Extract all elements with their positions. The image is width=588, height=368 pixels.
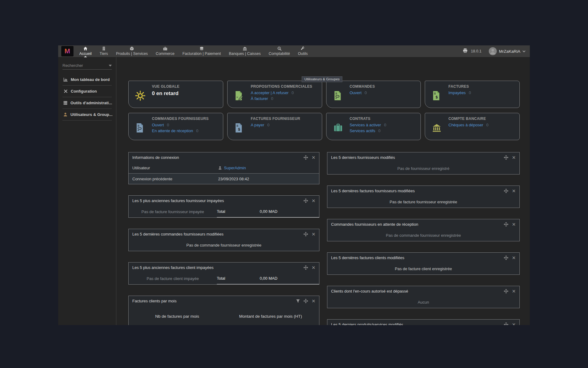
main-menu: Accueil Tiers Produits | Services Comm (75, 45, 463, 57)
move-icon[interactable] (303, 198, 308, 203)
statbox-factures[interactable]: $ FACTURES Impayées0 (425, 81, 520, 108)
sidebar-item-users-groups[interactable]: Utilisateurs & Group... (62, 109, 112, 121)
widget-last-suppliers: Les 5 derniers fournisseurs modifiés ✕ P… (327, 152, 520, 174)
close-icon[interactable]: ✕ (512, 222, 516, 227)
statbox-links[interactable]: A payer (251, 123, 264, 127)
home-icon (83, 46, 88, 51)
table-row: Utilisateur SuperAdmin (129, 163, 319, 173)
svg-text:$: $ (278, 47, 280, 49)
move-icon[interactable] (303, 232, 308, 236)
nav-item-banques-caisses[interactable]: Banques | Caisses (225, 45, 265, 57)
coins-icon (199, 46, 204, 51)
nav-item-commerce[interactable]: Commerce (152, 45, 179, 57)
total-value: 0,00 MAD (251, 209, 319, 214)
nav-item-facturation-paiement[interactable]: Facturation | Paiement (179, 45, 225, 57)
statbox-factures-fournisseur[interactable]: $ FACTURES FOURNISSEUR A payer0 (227, 113, 322, 140)
move-icon[interactable] (303, 155, 308, 160)
nav-item-tiers[interactable]: Tiers (96, 45, 112, 57)
file-invoice-icon: $ (228, 116, 251, 140)
close-icon[interactable]: ✕ (311, 155, 315, 160)
nav-item-produits-services[interactable]: Produits | Services (112, 45, 152, 57)
widget-supplier-orders-awaiting: Commandes fournisseurs en attente de réc… (327, 219, 520, 241)
nav-item-outils[interactable]: Outils (294, 45, 312, 57)
user-menu[interactable]: MrZaKaRiA (489, 47, 526, 55)
widget-oldest-customer-invoices: Les 5 plus anciennes factures client imp… (128, 262, 319, 285)
move-icon[interactable] (303, 299, 308, 303)
sidebar-search (62, 63, 112, 70)
move-icon[interactable] (504, 222, 508, 227)
widget-title: Les 5 derniers fournisseurs modifiés (331, 155, 504, 160)
dashboard-right-column: Les 5 derniers fournisseurs modifiés ✕ P… (327, 152, 520, 325)
close-icon[interactable]: ✕ (311, 232, 315, 236)
suitcase-icon (326, 116, 350, 140)
move-icon[interactable] (504, 255, 508, 260)
close-icon[interactable]: ✕ (512, 189, 516, 193)
statbox-links[interactable]: A accepter | A refuser (251, 90, 288, 95)
close-icon[interactable]: ✕ (512, 322, 516, 325)
sidebar-item-label: Mon tableau de bord (71, 77, 110, 82)
user-icon (218, 166, 222, 170)
chart-montant-factures: Montant de factures par mois (HT) 2021 2… (224, 306, 317, 325)
statbox-propositions[interactable]: PROPOSITIONS COMMERCIALES A accepter | A… (227, 81, 322, 108)
move-icon[interactable] (504, 189, 508, 193)
nav-item-accueil[interactable]: Accueil (75, 45, 96, 57)
widget-title: Clients dont l'en-cours autorisé est dép… (331, 289, 504, 293)
statbox-value: 0 en retard (152, 90, 223, 97)
widget-title: Les 5 derniers produits/services modifié… (331, 322, 504, 325)
statbox-compte-bancaire[interactable]: COMPTE BANCAIRE Chèques à déposer0 (425, 113, 520, 140)
close-icon[interactable]: ✕ (512, 155, 516, 160)
chart-bar-icon (63, 77, 68, 82)
statbox-count: 0 (271, 96, 273, 101)
statbox-links[interactable]: Chèques à déposer (448, 123, 483, 127)
statbox-links[interactable]: Ouvert (152, 123, 164, 127)
statbox-links[interactable]: À facturer (251, 96, 268, 101)
empty-state-text: Pas de facture client enregistrée (327, 263, 519, 274)
search-caret-icon[interactable] (109, 65, 112, 67)
row-label: Connexion précédente (129, 177, 218, 181)
statbox-links[interactable]: En attente de réception (152, 128, 193, 133)
statbox-links[interactable]: Services actifs (350, 128, 375, 133)
statbox-contrats[interactable]: CONTRATS Services à activer0 Services ac… (326, 113, 421, 140)
stats-row-2: COMMANDES FOURNISSEURS Ouvert0 En attent… (128, 113, 520, 140)
file-signature-icon (228, 84, 251, 108)
close-icon[interactable]: ✕ (311, 265, 315, 270)
move-icon[interactable] (504, 322, 508, 325)
close-icon[interactable]: ✕ (512, 289, 516, 293)
close-icon[interactable]: ✕ (311, 299, 315, 303)
statbox-title: COMMANDES (350, 84, 421, 89)
cube-icon (130, 46, 134, 51)
search-input[interactable] (62, 63, 102, 68)
move-icon[interactable] (504, 155, 508, 160)
statbox-links[interactable]: Services à activer (350, 123, 381, 127)
print-icon[interactable] (463, 48, 468, 54)
move-icon[interactable] (504, 289, 508, 293)
statbox-commandes-fournisseurs[interactable]: COMMANDES FOURNISSEURS Ouvert0 En attent… (128, 113, 223, 140)
statbox-links[interactable]: Ouvert (350, 90, 362, 95)
sidebar-item-admin-tools[interactable]: Outils d'administrati... (62, 97, 112, 109)
nav-label: Banques | Caisses (229, 52, 261, 56)
widget-last-products: Les 5 derniers produits/services modifié… (327, 319, 520, 325)
statbox-title: COMMANDES FOURNISSEURS (152, 117, 223, 121)
filter-icon[interactable] (296, 299, 300, 303)
close-icon[interactable]: ✕ (512, 255, 516, 260)
total-label: Total (217, 209, 251, 214)
user-icon (63, 112, 68, 117)
move-icon[interactable] (303, 265, 308, 270)
user-link[interactable]: SuperAdmin (224, 166, 246, 170)
close-icon[interactable]: ✕ (311, 198, 315, 203)
top-navbar: M Accueil Tiers Produits | Services (58, 45, 530, 57)
statbox-count: 0 (267, 123, 270, 127)
statbox-commandes[interactable]: COMMANDES Ouvert0 (326, 81, 421, 108)
widget-title: Informations de connexion (132, 155, 303, 160)
app-logo[interactable]: M (61, 46, 74, 56)
statbox-vue-globale[interactable]: VUE GLOBALE 0 en retard (128, 81, 223, 108)
sidebar-item-configuration[interactable]: Configuration (62, 86, 112, 97)
active-tab-caret-icon (84, 56, 87, 57)
sidebar-item-dashboard[interactable]: Mon tableau de bord (62, 74, 112, 86)
nav-label: Comptabilité (269, 52, 290, 56)
building-icon (102, 46, 106, 51)
statbox-links[interactable]: Impayées (448, 90, 466, 95)
statbox-title: FACTURES (448, 84, 519, 89)
statbox-title: VUE GLOBALE (152, 84, 223, 89)
nav-item-comptabilite[interactable]: $ Comptabilité (265, 45, 294, 57)
